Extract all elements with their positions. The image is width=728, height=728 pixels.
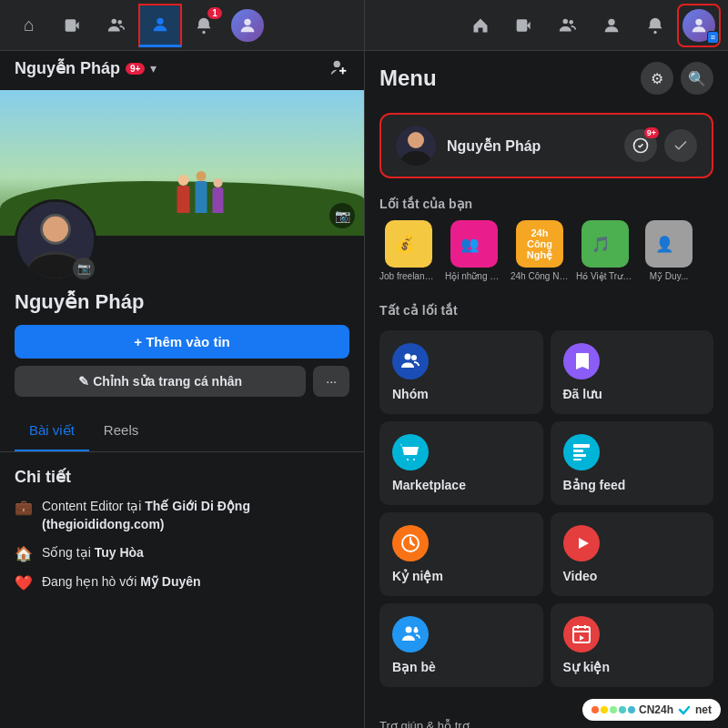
nav-left: ⌂ 1 <box>0 0 364 50</box>
svg-point-28 <box>411 355 417 360</box>
menu-item-marketplace[interactable]: Marketplace <box>379 421 543 505</box>
nhom-label: Nhóm <box>392 387 531 401</box>
svg-point-21 <box>408 132 424 148</box>
feed-label: Bảng feed <box>563 478 702 492</box>
nav-right: ≡ <box>364 0 728 50</box>
shortcut-my-duy[interactable]: 👤 Mỹ Duy... <box>642 220 696 281</box>
svg-text:👥: 👥 <box>460 235 480 254</box>
menu-profile-avatar <box>396 126 436 166</box>
shortcut-24h-icon: 24hCôngNghệ <box>516 220 563 268</box>
shortcut-group1-icon: 👥 <box>450 220 498 268</box>
add-story-icon[interactable]: 9+ <box>624 129 657 162</box>
svg-rect-34 <box>573 459 581 460</box>
shortcut-job-icon: 💰 <box>385 220 432 268</box>
saved-label: Đã lưu <box>563 387 702 401</box>
menu-item-saved[interactable]: Đã lưu <box>551 330 714 414</box>
nav-home-left[interactable]: ⌂ <box>7 4 51 47</box>
menu-item-nhom[interactable]: Nhóm <box>379 330 543 414</box>
profile-tabs: Bài viết Reels <box>0 411 364 452</box>
friends-icon <box>392 616 429 652</box>
memories-label: Kỷ niệm <box>392 569 531 583</box>
left-panel: Nguyễn Pháp 9+ ▾ <box>0 51 364 728</box>
shortcut-group1[interactable]: 👥 Hội những người yêu t... <box>445 220 503 281</box>
avatar-camera-icon[interactable]: 📷 <box>73 258 95 279</box>
nav-profile-right[interactable] <box>590 4 633 47</box>
menu-header: Menu ⚙ 🔍 <box>365 51 728 106</box>
svg-marker-36 <box>579 538 589 549</box>
svg-point-30 <box>413 459 415 460</box>
shortcut-job[interactable]: 💰 Job freelance / ... <box>379 220 438 281</box>
menu-profile-card[interactable]: Nguyễn Pháp 9+ <box>379 113 713 178</box>
shortcut-24h-label: 24h Công Nghệ <box>511 271 569 281</box>
svg-text:👤: 👤 <box>655 235 674 254</box>
home-icon: 🏠 <box>15 545 33 562</box>
svg-point-2 <box>112 18 117 24</box>
add-to-story-btn[interactable]: + Thêm vào tin <box>15 325 349 359</box>
all-shortcuts-label: Tất cả lối tắt <box>365 292 728 323</box>
edit-profile-btn[interactable]: ✎ Chỉnh sửa trang cá nhân <box>15 366 306 397</box>
support-text: Trợ giúp & hỗ trợ <box>379 719 470 728</box>
saved-icon <box>563 343 600 379</box>
profile-cover-area: 📷 <box>0 90 364 236</box>
memories-icon <box>392 525 429 561</box>
friends-label: Bạn bè <box>392 660 531 674</box>
dot-5 <box>628 706 635 713</box>
tab-reels[interactable]: Reels <box>89 411 153 451</box>
shortcut-ho-viet-truong[interactable]: 🎵 Hồ Việt Trường <box>576 220 634 281</box>
nav-avatar-left[interactable] <box>226 4 269 47</box>
nav-people-left[interactable] <box>95 4 138 47</box>
nav-home-right[interactable] <box>459 4 502 47</box>
svg-point-3 <box>117 20 122 25</box>
nav-notifications-left[interactable]: 1 <box>182 4 226 47</box>
menu-item-memories[interactable]: Kỷ niệm <box>379 512 543 596</box>
svg-point-11 <box>608 18 614 25</box>
events-icon <box>563 616 600 652</box>
watermark-text: CN24h <box>639 703 673 716</box>
profile-add-person-btn[interactable] <box>329 58 349 83</box>
menu-grid: Nhóm Đã lưu Marketplace <box>365 323 728 694</box>
menu-search-btn[interactable]: 🔍 <box>681 62 713 95</box>
video-label: Video <box>563 569 702 583</box>
about-location: 🏠 Sống tại Tuy Hòa <box>15 544 349 562</box>
menu-header-icons: ⚙ 🔍 <box>641 62 713 95</box>
profile-more-btn[interactable]: ··· <box>313 366 349 397</box>
shortcuts-row: 💰 Job freelance / ... 👥 Hội những người … <box>365 217 728 285</box>
menu-item-friends[interactable]: Bạn bè <box>379 603 543 687</box>
svg-point-19 <box>43 217 68 242</box>
watermark-suffix: net <box>695 703 712 716</box>
svg-rect-31 <box>573 444 590 448</box>
watermark: CN24h net <box>582 699 721 721</box>
menu-item-events[interactable]: Sự kiện <box>551 603 714 687</box>
svg-text:🎵: 🎵 <box>592 235 611 254</box>
svg-text:💰: 💰 <box>395 234 416 254</box>
dot-3 <box>610 706 617 713</box>
notification-badge-left: 1 <box>207 7 222 19</box>
feed-icon <box>563 434 600 470</box>
profile-dropdown-arrow[interactable]: ▾ <box>150 61 157 76</box>
nav-video-right[interactable] <box>502 4 546 47</box>
menu-item-video[interactable]: Video <box>551 512 714 596</box>
about-section: Chi tiết 💼 Content Editor tại Thế Giới D… <box>0 452 364 617</box>
menu-profile-actions: 9+ <box>624 129 697 162</box>
about-work-text: Content Editor tại Thế Giới Di Động (the… <box>42 498 349 533</box>
nav-video-left[interactable] <box>51 4 95 47</box>
cover-camera-icon[interactable]: 📷 <box>329 203 355 228</box>
main-content: Nguyễn Pháp 9+ ▾ <box>0 51 728 728</box>
about-relationship: ❤️ Đang hẹn hò với Mỹ Duyên <box>15 573 349 592</box>
svg-rect-32 <box>573 450 583 452</box>
profile-header-name: Nguyễn Pháp <box>15 58 120 78</box>
nav-profile-left[interactable] <box>138 4 182 47</box>
shortcut-24h[interactable]: 24hCôngNghệ 24h Công Nghệ <box>511 220 569 281</box>
nav-notifications-right[interactable] <box>633 4 677 47</box>
profile-check-icon[interactable] <box>664 129 697 162</box>
menu-settings-btn[interactable]: ⚙ <box>641 62 673 95</box>
svg-point-6 <box>244 18 250 25</box>
menu-item-feed[interactable]: Bảng feed <box>551 421 714 505</box>
tab-posts[interactable]: Bài viết <box>15 411 89 451</box>
svg-point-27 <box>405 354 411 360</box>
nav-avatar-right[interactable]: ≡ <box>677 4 721 47</box>
shortcut-md-label: Mỹ Duy... <box>650 271 688 281</box>
svg-rect-0 <box>66 19 76 31</box>
nav-people-right[interactable] <box>546 4 590 47</box>
svg-rect-7 <box>517 19 528 31</box>
